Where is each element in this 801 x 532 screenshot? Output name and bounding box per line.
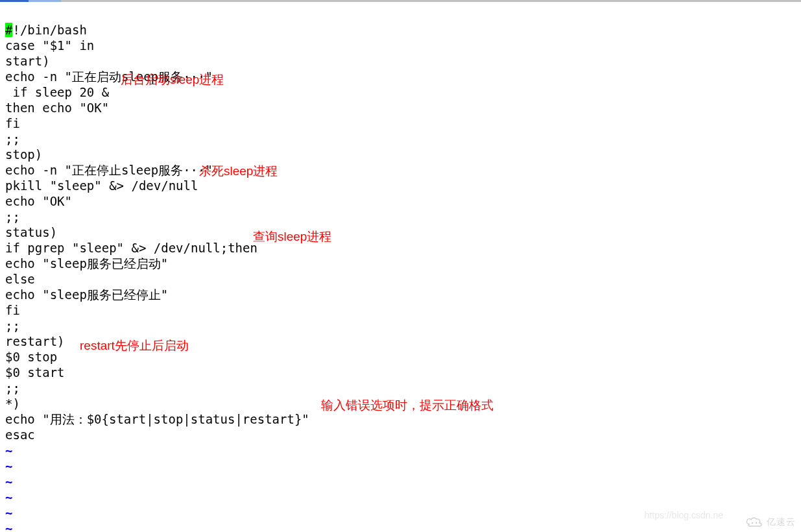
svg-point-0: [752, 522, 753, 524]
code-line-16: echo "sleep服务已经启动": [5, 256, 168, 271]
code-line-20: ;;: [5, 319, 20, 333]
vim-tilde-line: ~: [5, 459, 12, 473]
code-line-5: if sleep 20 &: [5, 85, 109, 99]
code-line-18: echo "sleep服务已经停止": [5, 287, 168, 302]
annotation-start-bg: 后台启动sleep进程: [121, 72, 224, 88]
code-line-2: case "$1" in: [5, 38, 94, 53]
annotation-kill-sleep: 杀死sleep进程: [199, 163, 278, 179]
annotation-usage: 输入错误选项时，提示正确格式: [321, 398, 494, 413]
watermark-brand: 亿速云: [767, 514, 796, 529]
vim-tilde-line: ~: [5, 521, 12, 532]
code-line-8: ;;: [5, 132, 20, 146]
code-line-19: fi: [5, 303, 20, 317]
tab-indicator-inactive: [29, 0, 61, 2]
watermark-url: https://blog.csdn.ne: [645, 507, 723, 523]
watermark-logo: 亿速云: [745, 514, 796, 529]
vim-tilde-line: ~: [5, 490, 12, 504]
code-line-23: $0 start: [5, 365, 65, 380]
code-line-6: then echo "OK": [5, 101, 109, 115]
code-line-26: echo "用法：$0{start|stop|status|restart}": [5, 412, 309, 426]
svg-point-1: [756, 522, 757, 524]
code-line-27: esac: [5, 428, 35, 442]
vim-tilde-line: ~: [5, 505, 12, 520]
code-line-17: else: [5, 272, 35, 286]
code-line-9: stop): [5, 147, 42, 162]
code-line-10: echo -n "正在停止sleep服务···": [5, 163, 213, 177]
code-line-13: ;;: [5, 210, 20, 224]
code-line-3: start): [5, 54, 50, 68]
vim-tilde-line: ~: [5, 443, 12, 457]
code-line-1: #!/bin/bash: [5, 23, 87, 37]
annotation-restart: restart先停止后启动: [80, 338, 189, 354]
code-line-24: ;;: [5, 381, 20, 395]
cursor-block: #: [5, 23, 12, 37]
code-line-14: status): [5, 225, 57, 239]
code-line-15: if pgrep "sleep" &> /dev/null;then: [5, 241, 257, 255]
cloud-icon: [745, 515, 764, 528]
code-line-21: restart): [5, 334, 65, 348]
code-line-11: pkill "sleep" &> /dev/null: [5, 178, 198, 193]
code-line-25: *): [5, 396, 20, 411]
tab-indicator-active: [0, 0, 29, 2]
code-line-22: $0 stop: [5, 350, 57, 364]
code-line-12: echo "OK": [5, 194, 72, 208]
annotation-query-sleep: 查询sleep进程: [253, 229, 331, 245]
code-line-7: fi: [5, 116, 20, 130]
window-top-border: [0, 0, 801, 2]
vim-tilde-line: ~: [5, 474, 12, 489]
